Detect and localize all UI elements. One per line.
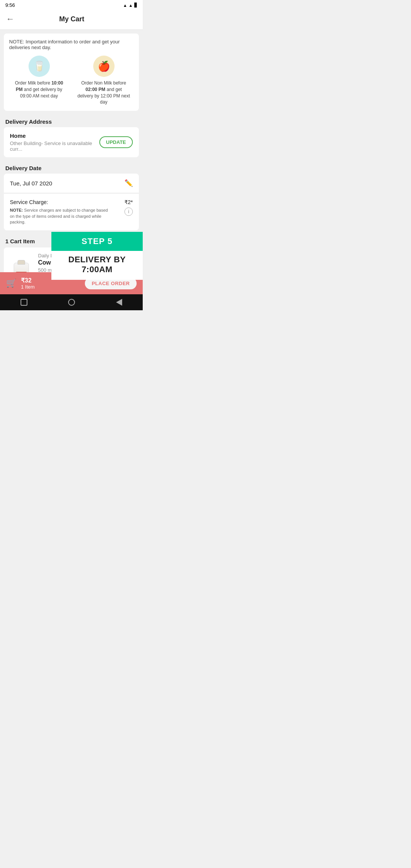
delivery-date: Tue, Jul 07 2020 bbox=[10, 180, 52, 187]
nav-square-icon bbox=[21, 299, 27, 306]
note-text: NOTE: Important information to order and… bbox=[9, 39, 134, 50]
cart-info: ₹32 1 Item bbox=[21, 277, 35, 290]
milk-icon: 🥛 bbox=[29, 56, 50, 77]
nav-circle-icon bbox=[68, 299, 75, 306]
nav-home-button[interactable] bbox=[66, 297, 77, 308]
info-icon[interactable]: i bbox=[124, 207, 133, 216]
service-info: Service Charge: NOTE: Service charges ar… bbox=[10, 199, 113, 225]
date-card: Tue, Jul 07 2020 ✏️ bbox=[4, 174, 139, 193]
delivery-banner-text: DELIVERY BY7:00AM bbox=[59, 255, 135, 275]
update-address-button[interactable]: UPDATE bbox=[99, 136, 133, 148]
step-bar: STEP 5 bbox=[51, 232, 143, 251]
nav-triangle-icon bbox=[116, 299, 122, 306]
page-title: My Cart bbox=[18, 15, 125, 23]
service-label: Service Charge: bbox=[10, 199, 113, 205]
time: 9:56 bbox=[5, 2, 15, 8]
step-label: STEP 5 bbox=[59, 236, 135, 246]
wifi-icon: ▲ bbox=[123, 3, 127, 8]
nonmilk-delivery-desc: Order Non Milk before 02:00 PM and get d… bbox=[77, 80, 131, 105]
signal-icon: ▲ bbox=[129, 3, 133, 8]
nav-bar bbox=[0, 294, 143, 310]
cart-price: ₹32 bbox=[21, 277, 35, 284]
service-right: ₹2* i bbox=[124, 199, 133, 216]
milk-delivery-item: 🥛 Order Milk before 10:00 PM and get del… bbox=[13, 56, 66, 105]
cart-items-count: 1 Item bbox=[21, 284, 35, 290]
milk-delivery-desc: Order Milk before 10:00 PM and get deliv… bbox=[13, 80, 66, 99]
delivery-banner: DELIVERY BY7:00AM bbox=[51, 251, 143, 280]
address-type: Home bbox=[10, 132, 99, 139]
delivery-info: 🥛 Order Milk before 10:00 PM and get del… bbox=[9, 56, 134, 105]
nav-square-button[interactable] bbox=[18, 297, 30, 308]
address-info: Home Other Building- Service is unavaila… bbox=[10, 132, 99, 152]
service-charge-card: Service Charge: NOTE: Service charges ar… bbox=[4, 194, 139, 230]
nonmilk-delivery-item: 🍎 Order Non Milk before 02:00 PM and get… bbox=[77, 56, 131, 105]
edit-date-icon[interactable]: ✏️ bbox=[124, 179, 133, 187]
header: ← My Cart bbox=[0, 10, 143, 30]
cart-icon: 🛒 bbox=[6, 278, 16, 288]
address-detail: Other Building- Service is unavailable c… bbox=[10, 140, 99, 152]
status-icons: ▲ ▲ ▊ bbox=[123, 3, 137, 8]
fruit-icon: 🍎 bbox=[93, 56, 115, 77]
service-price: ₹2* bbox=[124, 199, 133, 205]
address-card: Home Other Building- Service is unavaila… bbox=[4, 127, 139, 157]
service-note-prefix: NOTE: bbox=[10, 208, 23, 212]
delivery-date-label: Delivery Date bbox=[0, 161, 143, 174]
delivery-address-label: Delivery Address bbox=[0, 115, 143, 127]
back-button[interactable]: ← bbox=[6, 14, 14, 24]
overlay-banner: STEP 5 DELIVERY BY7:00AM bbox=[51, 232, 143, 280]
note-card: NOTE: Important information to order and… bbox=[4, 34, 139, 111]
status-bar: 9:56 ▲ ▲ ▊ bbox=[0, 0, 143, 10]
nav-back-button[interactable] bbox=[113, 297, 125, 308]
service-note-text: Service charges are subject to change ba… bbox=[10, 208, 108, 224]
battery-icon: ▊ bbox=[134, 3, 137, 8]
service-note: NOTE: Service charges are subject to cha… bbox=[10, 207, 113, 225]
cart-summary: 🛒 ₹32 1 Item bbox=[6, 277, 35, 290]
